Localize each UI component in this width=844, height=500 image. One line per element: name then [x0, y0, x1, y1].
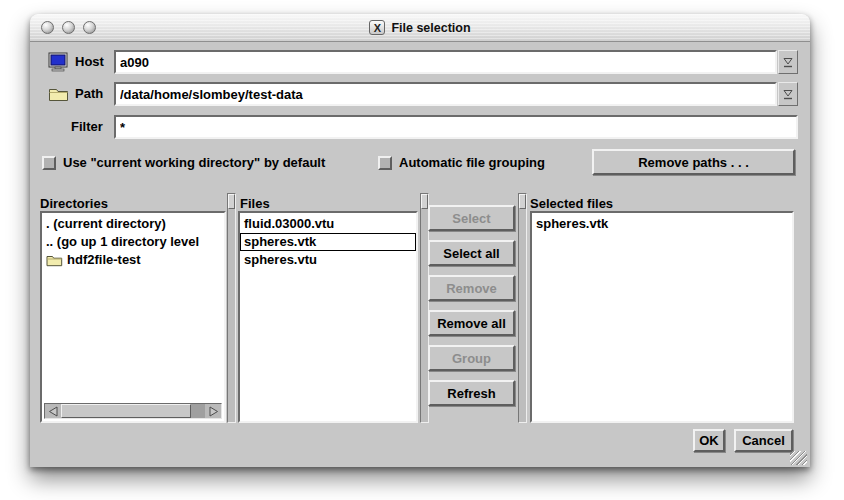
chevron-down-icon — [782, 56, 794, 68]
directory-item[interactable]: . (current directory) — [42, 215, 224, 233]
directories-vertical-scrollbar[interactable] — [227, 193, 236, 423]
zoom-button[interactable] — [83, 21, 96, 34]
auto-grouping-checkbox[interactable] — [378, 156, 392, 170]
directory-item[interactable]: hdf2file-test — [42, 251, 224, 269]
host-computer-icon — [48, 52, 69, 72]
directories-label: Directories — [40, 196, 108, 211]
path-folder-icon — [48, 86, 69, 102]
path-input[interactable] — [116, 84, 775, 104]
directory-item[interactable]: .. (go up 1 directory level — [42, 233, 224, 251]
scrollbar-thumb[interactable] — [228, 194, 235, 209]
titlebar[interactable]: X File selection — [30, 14, 810, 42]
refresh-button[interactable]: Refresh — [428, 380, 515, 406]
remove-paths-button[interactable]: Remove paths . . . — [592, 149, 795, 175]
scroll-right-arrow-icon[interactable] — [205, 404, 221, 418]
host-dropdown-button[interactable] — [778, 50, 798, 74]
use-cwd-label: Use "current working directory" by defau… — [63, 150, 325, 176]
path-dropdown-button[interactable] — [778, 82, 798, 106]
host-input[interactable] — [116, 52, 775, 72]
remove-all-button[interactable]: Remove all — [428, 310, 515, 336]
directories-list[interactable]: . (current directory) .. (go up 1 direct… — [40, 211, 226, 423]
path-label: Path — [75, 82, 103, 106]
file-item[interactable]: fluid.03000.vtu — [240, 215, 416, 233]
x11-app-icon: X — [369, 20, 385, 35]
host-label: Host — [75, 50, 104, 74]
file-item-selected[interactable]: spheres.vtk — [240, 233, 416, 251]
file-selection-window: X File selection Host Path — [30, 14, 810, 467]
ok-button[interactable]: OK — [693, 429, 725, 452]
scroll-left-arrow-icon[interactable] — [45, 404, 61, 418]
files-label: Files — [240, 196, 270, 211]
file-item[interactable]: spheres.vtu — [240, 251, 416, 269]
filter-input[interactable] — [116, 117, 796, 137]
remove-button[interactable]: Remove — [428, 275, 515, 301]
window-title-area: X File selection — [30, 14, 810, 41]
filter-label: Filter — [71, 115, 103, 139]
resize-grip[interactable] — [790, 451, 807, 465]
auto-grouping-label: Automatic file grouping — [399, 150, 545, 176]
selected-file-item[interactable]: spheres.vtk — [532, 215, 792, 233]
directories-horizontal-scrollbar[interactable] — [44, 403, 222, 419]
files-list[interactable]: fluid.03000.vtu spheres.vtk spheres.vtu — [238, 211, 418, 423]
window-title: File selection — [391, 21, 470, 35]
group-button[interactable]: Group — [428, 345, 515, 371]
window-controls — [41, 21, 96, 34]
close-button[interactable] — [41, 21, 54, 34]
scrollbar-thumb[interactable] — [421, 194, 428, 209]
select-all-button[interactable]: Select all — [428, 240, 515, 266]
folder-icon — [46, 254, 63, 267]
minimize-button[interactable] — [62, 21, 75, 34]
selected-files-list[interactable]: spheres.vtk — [530, 211, 794, 423]
select-button[interactable]: Select — [428, 205, 515, 231]
scrollbar-thumb[interactable] — [61, 404, 191, 418]
use-cwd-checkbox[interactable] — [42, 156, 56, 170]
chevron-down-icon — [782, 88, 794, 100]
selected-files-label: Selected files — [530, 196, 613, 211]
cancel-button[interactable]: Cancel — [734, 429, 793, 452]
scrollbar-thumb[interactable] — [519, 194, 526, 209]
selected-files-vertical-scrollbar[interactable] — [518, 193, 527, 423]
